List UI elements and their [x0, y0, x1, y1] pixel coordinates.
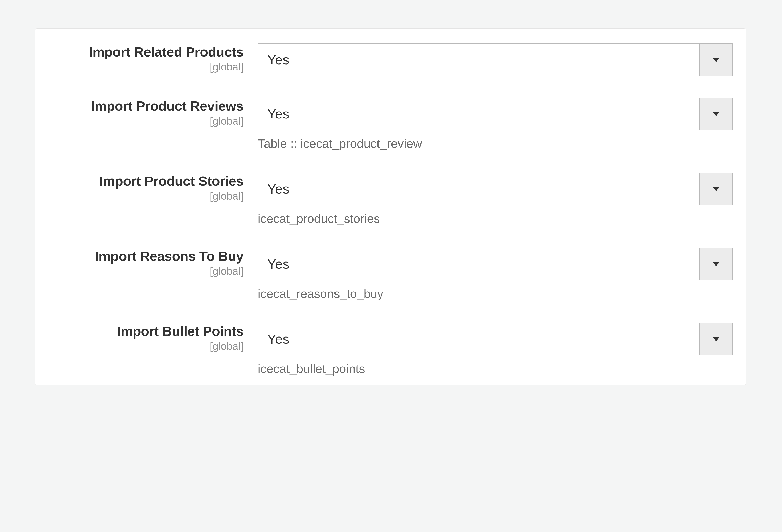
select-value: Yes [258, 257, 699, 271]
chevron-down-icon [713, 337, 720, 341]
field-label: Import Related Products [35, 44, 244, 60]
import-bullet-points-select[interactable]: Yes [258, 323, 733, 355]
field-label: Import Product Stories [35, 173, 244, 189]
field-label: Import Product Reviews [35, 98, 244, 114]
chevron-down-icon [713, 262, 720, 266]
import-reasons-to-buy-select[interactable]: Yes [258, 248, 733, 280]
field-label-col: Import Related Products [global] [35, 42, 258, 74]
field-row: Import Product Stories [global] Yes icec… [35, 161, 733, 236]
field-helper: icecat_bullet_points [258, 361, 733, 377]
select-dropdown-button[interactable] [699, 98, 733, 130]
chevron-down-icon [713, 112, 720, 116]
field-control-col: Yes icecat_reasons_to_buy [258, 246, 733, 302]
field-row: Import Bullet Points [global] Yes icecat… [35, 311, 733, 377]
field-scope: [global] [35, 114, 244, 128]
svg-marker-0 [713, 58, 720, 62]
field-row: Import Product Reviews [global] Yes Tabl… [35, 86, 733, 161]
field-row: Import Reasons To Buy [global] Yes iceca… [35, 236, 733, 311]
field-label-col: Import Product Reviews [global] [35, 96, 258, 128]
select-dropdown-button[interactable] [699, 323, 733, 355]
import-related-products-select[interactable]: Yes [258, 43, 733, 76]
svg-marker-1 [713, 112, 720, 116]
field-scope: [global] [35, 190, 244, 203]
select-dropdown-button[interactable] [699, 173, 733, 205]
field-row: Import Related Products [global] Yes [35, 37, 733, 86]
field-label: Import Reasons To Buy [35, 248, 244, 264]
field-label-col: Import Bullet Points [global] [35, 321, 258, 353]
field-helper: Table :: icecat_product_review [258, 136, 733, 151]
select-dropdown-button[interactable] [699, 44, 733, 76]
field-scope: [global] [35, 61, 244, 74]
field-control-col: Yes icecat_bullet_points [258, 321, 733, 377]
field-label: Import Bullet Points [35, 323, 244, 339]
import-product-stories-select[interactable]: Yes [258, 173, 733, 205]
select-value: Yes [258, 332, 699, 346]
chevron-down-icon [713, 58, 720, 62]
select-value: Yes [258, 182, 699, 196]
import-product-reviews-select[interactable]: Yes [258, 98, 733, 130]
select-value: Yes [258, 53, 699, 67]
field-control-col: Yes icecat_product_stories [258, 171, 733, 226]
field-scope: [global] [35, 265, 244, 278]
field-control-col: Yes [258, 42, 733, 76]
svg-marker-4 [713, 337, 720, 341]
settings-panel: Import Related Products [global] Yes Imp… [35, 28, 746, 385]
select-dropdown-button[interactable] [699, 248, 733, 280]
field-control-col: Yes Table :: icecat_product_review [258, 96, 733, 151]
field-label-col: Import Reasons To Buy [global] [35, 246, 258, 278]
canvas: Import Related Products [global] Yes Imp… [0, 0, 782, 532]
chevron-down-icon [713, 187, 720, 191]
field-scope: [global] [35, 340, 244, 353]
field-helper: icecat_product_stories [258, 211, 733, 226]
select-value: Yes [258, 107, 699, 121]
svg-marker-3 [713, 262, 720, 266]
field-helper: icecat_reasons_to_buy [258, 286, 733, 302]
field-label-col: Import Product Stories [global] [35, 171, 258, 203]
svg-marker-2 [713, 187, 720, 191]
